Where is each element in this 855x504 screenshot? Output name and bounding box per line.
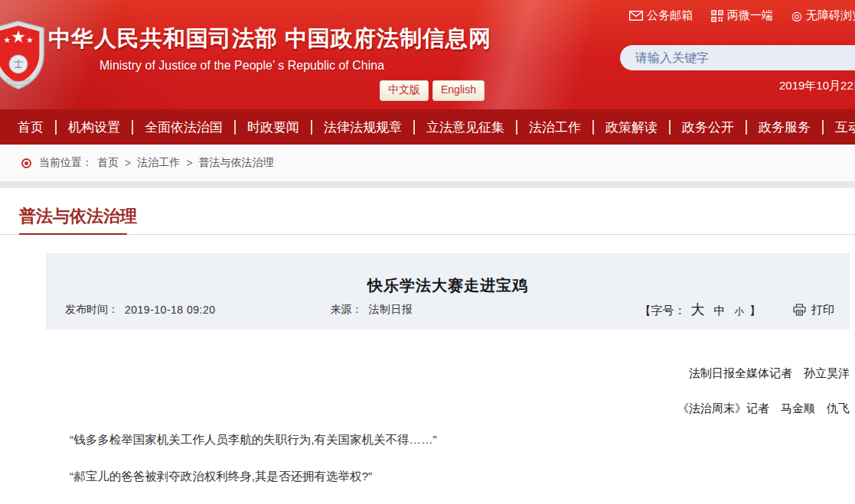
source-value: 法制日报 xyxy=(369,303,413,317)
accessibility-link[interactable]: ◎ 无障碍浏览 xyxy=(791,8,855,23)
breadcrumb-bullet-icon xyxy=(21,158,31,168)
nav-item-laws-regulations[interactable]: 法律法规规章 xyxy=(312,119,413,136)
site-subtitle: Ministry of Justice of the People’ s Rep… xyxy=(100,59,384,73)
nav-item-legislation-comments[interactable]: 立法意见征集 xyxy=(415,119,516,136)
byline: 《法治周末》记者 马金顺 仇飞 xyxy=(46,402,850,416)
article-paragraph: “郝宝儿的爸爸被剥夺政治权利终身,其是否还拥有选举权?” xyxy=(46,469,850,483)
mail-icon xyxy=(629,11,643,21)
article-title: 快乐学法大赛走进宝鸡 xyxy=(46,253,850,296)
breadcrumb-separator: > xyxy=(186,157,192,169)
breadcrumb-current[interactable]: 普法与依法治理 xyxy=(198,156,273,170)
nav-item-rule-of-law[interactable]: 全面依法治国 xyxy=(133,119,234,136)
qrcode-icon xyxy=(711,10,723,22)
print-label: 打印 xyxy=(811,303,834,317)
breadcrumb-label: 当前位置： xyxy=(39,156,93,170)
font-size-label: 【字号： xyxy=(640,304,686,318)
nav-item-organization[interactable]: 机构设置 xyxy=(57,119,132,136)
english-version-button[interactable]: English xyxy=(432,80,485,101)
eye-icon: ◎ xyxy=(791,10,802,22)
article-paragraph: “钱多多检举国家机关工作人员李航的失职行为,有关国家机关不得……” xyxy=(46,432,850,447)
breadcrumb-home[interactable]: 首页 xyxy=(97,156,119,170)
font-size-medium-button[interactable]: 中 xyxy=(714,304,726,318)
language-switcher: 中文版 English xyxy=(380,80,485,101)
nav-item-home[interactable]: 首页 xyxy=(6,119,55,136)
section-header: 普法与依法治理 xyxy=(19,205,855,234)
mail-label: 公务邮箱 xyxy=(647,8,693,23)
section-title: 普法与依法治理 xyxy=(19,205,137,234)
nav-item-news[interactable]: 时政要闻 xyxy=(236,119,311,136)
accessibility-label: 无障碍浏览 xyxy=(806,8,855,23)
article-header: 快乐学法大赛走进宝鸡 发布时间： 2019-10-18 09:20 来源： 法制… xyxy=(46,253,850,330)
nav-item-policy-interpretation[interactable]: 政策解读 xyxy=(594,119,669,136)
chinese-version-button[interactable]: 中文版 xyxy=(380,80,429,101)
publish-time-label: 发布时间： xyxy=(65,303,119,317)
publish-time-value: 2019-10-18 09:20 xyxy=(125,304,216,316)
article-body: 法制日报全媒体记者 孙立昊洋 《法治周末》记者 马金顺 仇飞 “钱多多检举国家机… xyxy=(46,366,850,504)
byline: 法制日报全媒体记者 孙立昊洋 xyxy=(46,366,850,381)
font-size-large-button[interactable]: 大 xyxy=(691,301,705,319)
search-input[interactable] xyxy=(620,51,855,65)
font-size-widget: 【字号： 大 中 小 】 xyxy=(640,301,762,319)
breadcrumb-legal-work[interactable]: 法治工作 xyxy=(137,156,180,170)
mail-link[interactable]: 公务邮箱 xyxy=(629,8,693,23)
print-button[interactable]: 打印 xyxy=(793,303,834,317)
main-nav: 首页 机构设置 全面依法治国 时政要闻 法律法规规章 立法意见征集 法治工作 政… xyxy=(0,109,855,145)
nav-item-gov-services[interactable]: 政务服务 xyxy=(747,119,822,136)
current-date: 2019年10月22日 xyxy=(779,79,855,93)
breadcrumb: 当前位置： 首页 > 法治工作 > 普法与依法治理 xyxy=(0,145,855,181)
font-size-label-end: 】 xyxy=(749,304,761,318)
section-divider xyxy=(0,234,855,235)
divider-band xyxy=(0,181,855,188)
nav-item-interaction[interactable]: 互动 xyxy=(824,119,855,136)
printer-icon xyxy=(793,304,806,316)
nav-item-legal-work[interactable]: 法治工作 xyxy=(517,119,592,136)
utility-bar: 公务邮箱 两微一端 ◎ 无障碍浏览 xyxy=(629,8,855,23)
nav-item-gov-affairs[interactable]: 政务公开 xyxy=(671,119,746,136)
ministry-emblem-icon xyxy=(0,20,47,90)
header-banner: 公务邮箱 两微一端 ◎ 无障碍浏览 xyxy=(0,0,855,109)
font-size-small-button[interactable]: 小 xyxy=(735,305,745,318)
breadcrumb-separator: > xyxy=(125,157,131,169)
wechat-weibo-label: 两微一端 xyxy=(727,8,773,23)
section-divider-accent xyxy=(19,233,127,235)
wechat-weibo-link[interactable]: 两微一端 xyxy=(711,8,773,23)
source-label: 来源： xyxy=(331,303,363,317)
search-box xyxy=(620,45,855,70)
article-meta: 发布时间： 2019-10-18 09:20 来源： 法制日报 【字号： 大 中… xyxy=(65,301,834,319)
site-title: 中华人民共和国司法部 中国政府法制信息网 xyxy=(48,24,491,54)
